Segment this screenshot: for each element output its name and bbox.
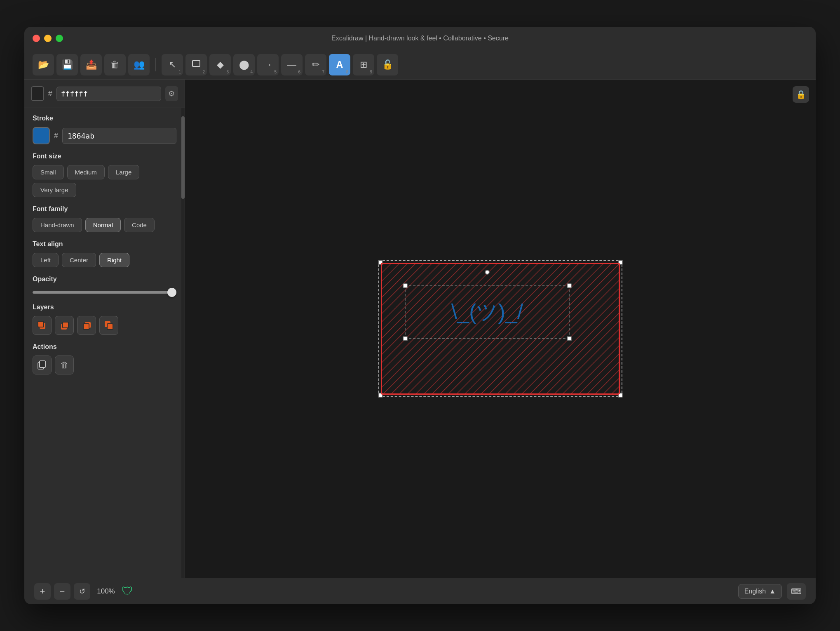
- shortcut-8: 8: [346, 70, 348, 74]
- shortcut-7: 7: [322, 70, 324, 74]
- background-color-section: # ⚙: [24, 80, 185, 108]
- lock-icon: 🔓: [382, 59, 393, 70]
- font-family-options: Hand-drawn Normal Code: [33, 218, 176, 232]
- line-tool[interactable]: — 6: [281, 54, 303, 75]
- language-label: English: [744, 588, 766, 595]
- shortcut-5: 5: [274, 70, 277, 74]
- close-button[interactable]: [33, 35, 40, 42]
- font-size-small[interactable]: Small: [33, 165, 64, 179]
- layers-label: Layers: [33, 304, 176, 311]
- rectangle-icon: [192, 59, 201, 71]
- actions-row: 🗑: [33, 356, 176, 374]
- export-button[interactable]: 📤: [80, 54, 102, 75]
- shortcut-9: 9: [370, 70, 372, 74]
- layer-forward-button[interactable]: [55, 316, 74, 335]
- toolbar: 📂 💾 📤 🗑 👥 ↖ 1 2 ◆ 3: [24, 50, 816, 80]
- svg-rect-6: [83, 324, 89, 330]
- settings-button[interactable]: ⚙: [165, 86, 178, 101]
- layer-to-front-button[interactable]: [33, 316, 52, 335]
- sidebar: # ⚙ Stroke # Font size: [24, 80, 185, 578]
- text-align-left[interactable]: Left: [33, 253, 59, 267]
- collaborate-button[interactable]: 👥: [128, 54, 150, 75]
- background-hex-input[interactable]: [56, 87, 161, 101]
- text-align-center[interactable]: Center: [62, 253, 96, 267]
- font-family-hand-drawn[interactable]: Hand-drawn: [33, 218, 82, 232]
- library-tool[interactable]: ⊞ 9: [353, 54, 374, 75]
- line-icon: —: [287, 59, 296, 70]
- diamond-icon: ◆: [217, 59, 224, 70]
- arrow-tool[interactable]: → 5: [257, 54, 279, 75]
- text-icon: A: [336, 59, 343, 71]
- layer-to-back-button[interactable]: [99, 316, 118, 335]
- delete-selection-button[interactable]: 🗑: [55, 356, 74, 374]
- chevron-up-icon: ▲: [769, 588, 776, 595]
- diamond-tool[interactable]: ◆ 3: [209, 54, 231, 75]
- layer-backward-button[interactable]: [77, 316, 96, 335]
- select-tool[interactable]: ↖ 1: [162, 54, 183, 75]
- open-button[interactable]: 📂: [33, 54, 54, 75]
- delete-button[interactable]: 🗑: [104, 54, 126, 75]
- keyboard-shortcuts-button[interactable]: ⌨: [787, 583, 806, 600]
- maximize-button[interactable]: [56, 35, 63, 42]
- svg-rect-2: [38, 321, 44, 327]
- users-icon: 👥: [134, 59, 145, 70]
- ellipse-tool[interactable]: ⬤ 4: [233, 54, 255, 75]
- canvas-content: \_(ツ)_/: [381, 263, 620, 395]
- svg-rect-0: [192, 61, 200, 66]
- lock-tool[interactable]: 🔓: [377, 54, 398, 75]
- canvas-area[interactable]: 🔒: [185, 80, 816, 578]
- canvas-lock-button[interactable]: 🔒: [793, 86, 809, 103]
- rotate-handle[interactable]: [485, 270, 490, 275]
- minus-icon: −: [60, 586, 65, 597]
- language-selector[interactable]: English ▲: [738, 584, 782, 599]
- duplicate-button[interactable]: [33, 356, 52, 374]
- rectangle-tool[interactable]: 2: [185, 54, 207, 75]
- pencil-icon: ✏: [312, 59, 319, 70]
- cursor-icon: ↖: [169, 59, 176, 70]
- trash-icon: 🗑: [110, 59, 120, 70]
- titlebar: Excalidraw | Hand-drawn look & feel • Co…: [24, 27, 816, 50]
- text-tool[interactable]: A 8: [329, 54, 350, 75]
- svg-rect-10: [40, 361, 45, 367]
- svg-rect-4: [63, 322, 68, 328]
- font-size-medium[interactable]: Medium: [67, 165, 105, 179]
- stroke-color-row: #: [33, 127, 176, 144]
- scrollbar-track[interactable]: [181, 108, 185, 578]
- opacity-slider[interactable]: [33, 291, 176, 294]
- font-family-code[interactable]: Code: [124, 218, 155, 232]
- font-family-label: Font family: [33, 205, 176, 213]
- font-family-normal[interactable]: Normal: [85, 218, 121, 232]
- font-size-label: Font size: [33, 153, 176, 160]
- save-icon: 💾: [62, 59, 73, 70]
- gear-icon: ⚙: [168, 89, 175, 98]
- zoom-controls: + − ↺ 100% 🛡: [34, 583, 133, 600]
- minimize-button[interactable]: [44, 35, 52, 42]
- font-size-very-large[interactable]: Very large: [33, 183, 76, 197]
- arrow-icon: →: [263, 59, 272, 70]
- zoom-in-button[interactable]: +: [34, 583, 51, 600]
- actions-label: Actions: [33, 343, 176, 351]
- pencil-tool[interactable]: ✏ 7: [305, 54, 326, 75]
- scrollbar-thumb[interactable]: [181, 116, 185, 199]
- titlebar-buttons: [33, 35, 63, 42]
- text-element[interactable]: \_(ツ)_/: [405, 285, 570, 339]
- hash-symbol: #: [48, 89, 52, 98]
- window-title: Excalidraw | Hand-drawn look & feel • Co…: [331, 35, 509, 42]
- svg-rect-8: [107, 324, 113, 330]
- zoom-reset-button[interactable]: ↺: [74, 583, 90, 600]
- shortcut-1: 1: [178, 70, 181, 74]
- shortcut-6: 6: [298, 70, 300, 74]
- stroke-hex-input[interactable]: [62, 128, 176, 144]
- font-size-large[interactable]: Large: [108, 165, 139, 179]
- opacity-slider-container: [33, 288, 176, 295]
- stroke-hash: #: [54, 132, 58, 140]
- save-button[interactable]: 💾: [56, 54, 78, 75]
- text-content: \_(ツ)_/: [406, 286, 569, 338]
- stroke-color-swatch[interactable]: [33, 127, 50, 144]
- ellipse-icon: ⬤: [239, 59, 249, 70]
- selected-elements: \_(ツ)_/: [381, 263, 620, 395]
- zoom-out-button[interactable]: −: [54, 583, 70, 600]
- zoom-level-display: 100%: [94, 587, 118, 596]
- background-color-swatch[interactable]: [31, 86, 44, 101]
- text-align-right[interactable]: Right: [99, 253, 129, 267]
